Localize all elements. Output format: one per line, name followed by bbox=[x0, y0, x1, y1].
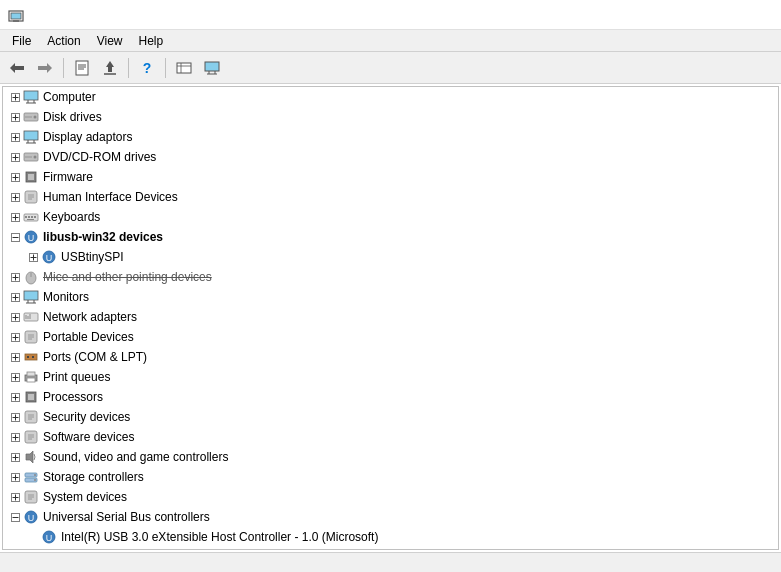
device-label-usbtinyspi: USBtinySPI bbox=[61, 250, 124, 264]
expand-btn-firmware[interactable] bbox=[7, 169, 23, 185]
expand-btn-hid[interactable] bbox=[7, 189, 23, 205]
update-icon bbox=[102, 60, 118, 76]
device-tree[interactable]: ComputerDisk drivesDisplay adaptorsDVD/C… bbox=[2, 86, 779, 550]
tree-item-ports[interactable]: Ports (COM & LPT) bbox=[3, 347, 778, 367]
expand-btn-disk-drives[interactable] bbox=[7, 109, 23, 125]
svg-rect-64 bbox=[28, 216, 30, 218]
device-label-sound-video: Sound, video and game controllers bbox=[43, 450, 228, 464]
tree-item-display-adaptors[interactable]: Display adaptors bbox=[3, 127, 778, 147]
svg-marker-5 bbox=[47, 63, 52, 73]
expand-btn-ports[interactable] bbox=[7, 349, 23, 365]
tree-item-hid[interactable]: Human Interface Devices bbox=[3, 187, 778, 207]
expand-btn-display-adaptors[interactable] bbox=[7, 129, 23, 145]
expand-btn-portable-devices[interactable] bbox=[7, 329, 23, 345]
svg-rect-1 bbox=[11, 13, 21, 19]
expand-btn-libusb[interactable] bbox=[7, 229, 23, 245]
expand-btn-usb-controllers[interactable] bbox=[7, 509, 23, 525]
properties-button[interactable] bbox=[69, 56, 95, 80]
device-label-system-devices: System devices bbox=[43, 490, 127, 504]
tree-item-print-queues[interactable]: Print queues bbox=[3, 367, 778, 387]
menu-file[interactable]: File bbox=[4, 32, 39, 49]
device-icon-system-devices bbox=[23, 489, 39, 505]
device-icon-processors bbox=[23, 389, 39, 405]
expand-btn-storage-controllers[interactable] bbox=[7, 469, 23, 485]
svg-text:U: U bbox=[28, 233, 35, 243]
close-button[interactable] bbox=[727, 5, 773, 27]
device-icon-firmware bbox=[23, 169, 39, 185]
update-driver-button[interactable] bbox=[97, 56, 123, 80]
expand-btn-software-devices[interactable] bbox=[7, 429, 23, 445]
expand-btn-sound-video[interactable] bbox=[7, 449, 23, 465]
expand-btn-usbtinyspi[interactable] bbox=[25, 249, 41, 265]
expand-btn-network-adapters[interactable] bbox=[7, 309, 23, 325]
title-bar bbox=[0, 0, 781, 30]
minimize-button[interactable] bbox=[631, 5, 677, 27]
svg-point-32 bbox=[34, 116, 37, 119]
device-label-computer: Computer bbox=[43, 90, 96, 104]
tree-item-dvd-rom[interactable]: DVD/CD-ROM drives bbox=[3, 147, 778, 167]
expand-btn-print-queues[interactable] bbox=[7, 369, 23, 385]
toolbar: ? bbox=[0, 52, 781, 84]
menu-action[interactable]: Action bbox=[39, 32, 88, 49]
forward-button[interactable] bbox=[32, 56, 58, 80]
help-button[interactable]: ? bbox=[134, 56, 160, 80]
device-label-mice: Mice and other pointing devices bbox=[43, 270, 212, 284]
title-bar-left bbox=[8, 8, 30, 24]
tree-item-usbtinyspi[interactable]: UUSBtinySPI bbox=[3, 247, 778, 267]
toolbar-separator-2 bbox=[128, 58, 129, 78]
device-label-portable-devices: Portable Devices bbox=[43, 330, 134, 344]
svg-rect-107 bbox=[27, 356, 29, 358]
svg-rect-108 bbox=[32, 356, 34, 358]
tree-item-firmware[interactable]: Firmware bbox=[3, 167, 778, 187]
expand-btn-monitors[interactable] bbox=[7, 289, 23, 305]
tree-item-sound-video[interactable]: Sound, video and game controllers bbox=[3, 447, 778, 467]
device-label-usb-controllers: Universal Serial Bus controllers bbox=[43, 510, 210, 524]
svg-rect-7 bbox=[76, 61, 88, 75]
device-icon-keyboards bbox=[23, 209, 39, 225]
tree-item-software-devices[interactable]: Software devices bbox=[3, 427, 778, 447]
view-resources-button[interactable] bbox=[171, 56, 197, 80]
tree-item-mice[interactable]: Mice and other pointing devices bbox=[3, 267, 778, 287]
svg-text:U: U bbox=[46, 253, 53, 263]
expand-btn-system-devices[interactable] bbox=[7, 489, 23, 505]
maximize-button[interactable] bbox=[679, 5, 725, 27]
device-label-libusb: libusb-win32 devices bbox=[43, 230, 163, 244]
tree-item-portable-devices[interactable]: Portable Devices bbox=[3, 327, 778, 347]
tree-item-security-devices[interactable]: Security devices bbox=[3, 407, 778, 427]
back-icon bbox=[9, 60, 25, 76]
expand-placeholder-usb-composite bbox=[25, 549, 41, 550]
device-icon-usbtinyspi: U bbox=[41, 249, 57, 265]
tree-item-monitors[interactable]: Monitors bbox=[3, 287, 778, 307]
svg-rect-67 bbox=[27, 219, 34, 220]
tree-item-libusb[interactable]: Ulibusb-win32 devices bbox=[3, 227, 778, 247]
expand-btn-mice[interactable] bbox=[7, 269, 23, 285]
expand-btn-dvd-rom[interactable] bbox=[7, 149, 23, 165]
svg-marker-11 bbox=[106, 61, 114, 67]
expand-btn-keyboards[interactable] bbox=[7, 209, 23, 225]
tree-item-computer[interactable]: Computer bbox=[3, 87, 778, 107]
tree-item-network-adapters[interactable]: Network adapters bbox=[3, 307, 778, 327]
svg-text:U: U bbox=[46, 533, 53, 543]
tree-item-usb-controllers[interactable]: UUniversal Serial Bus controllers bbox=[3, 507, 778, 527]
expand-btn-computer[interactable] bbox=[7, 89, 23, 105]
app-icon bbox=[8, 8, 24, 24]
expand-btn-security-devices[interactable] bbox=[7, 409, 23, 425]
tree-item-keyboards[interactable]: Keyboards bbox=[3, 207, 778, 227]
monitor-button[interactable] bbox=[199, 56, 225, 80]
svg-rect-12 bbox=[108, 67, 112, 72]
tree-item-system-devices[interactable]: System devices bbox=[3, 487, 778, 507]
tree-item-disk-drives[interactable]: Disk drives bbox=[3, 107, 778, 127]
menu-bar: File Action View Help bbox=[0, 30, 781, 52]
svg-marker-3 bbox=[10, 63, 15, 73]
tree-item-intel-usb3[interactable]: UIntel(R) USB 3.0 eXtensible Host Contro… bbox=[3, 527, 778, 547]
expand-btn-processors[interactable] bbox=[7, 389, 23, 405]
tree-item-storage-controllers[interactable]: Storage controllers bbox=[3, 467, 778, 487]
menu-help[interactable]: Help bbox=[131, 32, 172, 49]
tree-item-usb-composite[interactable]: UUSB Composite Device bbox=[3, 547, 778, 550]
svg-rect-6 bbox=[38, 66, 47, 70]
svg-text:U: U bbox=[28, 513, 35, 523]
back-button[interactable] bbox=[4, 56, 30, 80]
tree-item-processors[interactable]: Processors bbox=[3, 387, 778, 407]
menu-view[interactable]: View bbox=[89, 32, 131, 49]
properties-icon bbox=[74, 60, 90, 76]
